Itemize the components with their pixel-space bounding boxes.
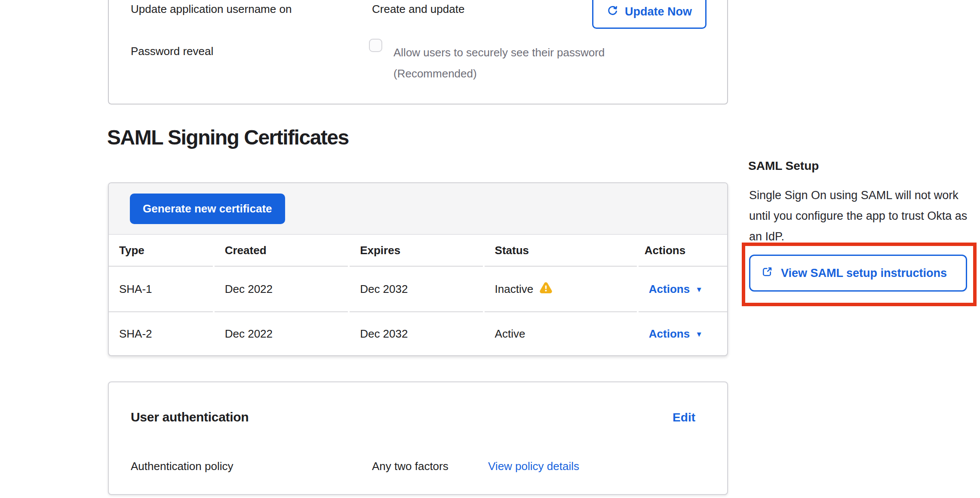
cert-created: Dec 2022 [215, 267, 348, 312]
generate-certificate-button[interactable]: Generate new certificate [130, 194, 285, 224]
cert-status: Active [485, 312, 637, 355]
col-header-created: Created [215, 235, 348, 267]
cert-actions: Actions ▼ [639, 267, 727, 312]
cert-created: Dec 2022 [215, 312, 348, 355]
saml-certificates-card: Generate new certificate Type Created Ex… [108, 182, 728, 356]
actions-dropdown[interactable]: Actions ▼ [649, 283, 703, 296]
policy-label: Authentication policy [131, 460, 233, 473]
view-policy-details-link[interactable]: View policy details [488, 460, 579, 473]
username-update-label: Update application username on [131, 3, 292, 16]
chevron-down-icon: ▼ [695, 331, 703, 338]
saml-setup-description: Single Sign On using SAML will not work … [749, 185, 974, 247]
table-row: SHA-1 Dec 2022 Dec 2032 Inactive [109, 267, 727, 312]
status-text: Active [495, 327, 525, 341]
col-header-actions: Actions [639, 235, 727, 267]
page-canvas: Update application username on Create an… [0, 0, 980, 498]
actions-dropdown[interactable]: Actions ▼ [649, 327, 703, 341]
table-header-row: Type Created Expires Status Actions [109, 235, 727, 267]
cert-status: Inactive [485, 267, 637, 312]
refresh-icon [607, 5, 618, 19]
edit-link[interactable]: Edit [673, 411, 695, 424]
col-header-status: Status [485, 235, 637, 267]
page-title: SAML Signing Certificates [107, 126, 349, 149]
col-header-expires: Expires [350, 235, 482, 267]
card-title: User authentication [131, 410, 249, 424]
password-reveal-description: Allow users to securely see their passwo… [393, 42, 637, 84]
table-row: SHA-2 Dec 2022 Dec 2032 Active Actions ▼ [109, 312, 727, 355]
view-saml-setup-label: View SAML setup instructions [781, 267, 947, 280]
update-now-label: Update Now [625, 5, 692, 18]
policy-value: Any two factors [372, 460, 449, 473]
warning-icon [539, 281, 553, 297]
col-header-type: Type [109, 235, 213, 267]
saml-setup-title: SAML Setup [748, 159, 819, 173]
cert-expires: Dec 2032 [350, 267, 482, 312]
username-update-value: Create and update [372, 3, 464, 16]
update-now-button[interactable]: Update Now [592, 0, 707, 29]
cert-actions: Actions ▼ [639, 312, 727, 355]
sign-on-settings-card: Update application username on Create an… [108, 0, 728, 105]
user-authentication-card: User authentication Edit Authentication … [108, 381, 728, 495]
external-link-icon [761, 266, 773, 281]
chevron-down-icon: ▼ [695, 286, 703, 293]
certificates-toolbar: Generate new certificate [109, 183, 727, 235]
certificates-table: Type Created Expires Status Actions SHA-… [108, 235, 728, 355]
view-saml-setup-button[interactable]: View SAML setup instructions [749, 255, 967, 292]
cert-type: SHA-1 [109, 267, 213, 312]
cert-type: SHA-2 [109, 312, 213, 355]
password-reveal-label: Password reveal [131, 45, 213, 58]
status-text: Inactive [495, 283, 534, 296]
password-reveal-checkbox[interactable] [369, 39, 382, 52]
cert-expires: Dec 2032 [350, 312, 482, 355]
